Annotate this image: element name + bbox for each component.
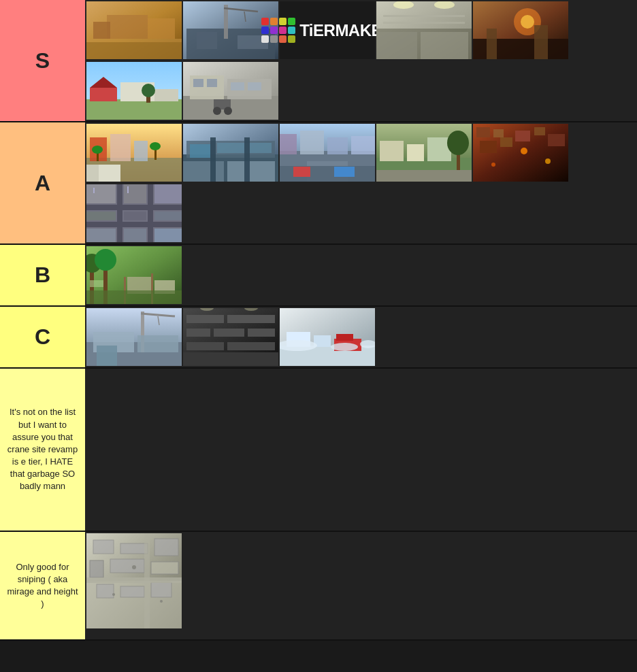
svg-point-46 (213, 107, 221, 115)
svg-rect-17 (383, 22, 465, 24)
svg-rect-70 (280, 134, 297, 154)
svg-point-47 (224, 107, 232, 115)
svg-point-84 (447, 131, 469, 155)
svg-rect-28 (534, 25, 548, 59)
svg-rect-64 (183, 161, 224, 182)
svg-rect-163 (120, 586, 144, 597)
svg-rect-142 (183, 352, 278, 366)
map-snow-c (280, 308, 375, 366)
map-office (183, 62, 278, 120)
svg-rect-67 (244, 137, 250, 182)
svg-rect-135 (186, 315, 224, 323)
svg-rect-165 (86, 577, 182, 583)
svg-rect-88 (476, 127, 490, 137)
svg-point-54 (92, 146, 103, 154)
svg-point-169 (160, 600, 163, 603)
map-citystreets-a (86, 184, 182, 242)
tier-row-a: A (0, 122, 637, 245)
svg-rect-113 (93, 188, 95, 193)
tier-s-row2 (85, 61, 637, 121)
svg-rect-85 (376, 170, 472, 182)
svg-rect-114 (127, 186, 129, 193)
svg-rect-58 (86, 165, 99, 182)
svg-rect-19 (421, 32, 468, 59)
svg-rect-150 (336, 334, 353, 341)
svg-rect-162 (97, 584, 114, 598)
tier-label-e: It's not on the list but I want to assur… (0, 369, 85, 531)
tier-content-a (85, 122, 637, 243)
svg-rect-66 (210, 137, 216, 182)
svg-rect-133 (97, 346, 117, 366)
svg-rect-34 (154, 89, 178, 101)
svg-rect-103 (148, 184, 153, 242)
map-warehouse (376, 1, 472, 59)
svg-rect-106 (154, 184, 182, 203)
svg-rect-81 (407, 144, 424, 161)
svg-rect-109 (154, 212, 182, 220)
tier-content-c (85, 307, 637, 367)
svg-rect-124 (86, 290, 182, 304)
svg-rect-159 (90, 560, 103, 577)
svg-rect-164 (151, 582, 172, 597)
svg-rect-137 (186, 329, 210, 337)
svg-point-119 (95, 249, 116, 271)
svg-rect-102 (117, 184, 122, 242)
map-street-a (280, 124, 375, 182)
svg-rect-31 (90, 88, 117, 101)
map-aerial-a (473, 124, 568, 182)
tier-content-snipe (85, 532, 637, 639)
map-snipe (86, 533, 182, 628)
svg-rect-90 (480, 141, 497, 153)
tier-c-row1 (85, 307, 637, 367)
svg-rect-91 (500, 137, 512, 147)
map-indoor-c (183, 308, 278, 366)
svg-rect-43 (231, 82, 244, 90)
tier-label-a: A (0, 122, 85, 243)
svg-rect-5 (86, 42, 182, 59)
svg-rect-139 (248, 329, 275, 337)
svg-rect-18 (376, 32, 417, 59)
tier-label-s: S (0, 0, 85, 121)
tier-s-row1: TiERMAKER (85, 0, 637, 61)
svg-rect-80 (380, 141, 404, 161)
svg-rect-76 (293, 167, 310, 177)
svg-rect-62 (190, 144, 210, 158)
svg-point-36 (142, 84, 155, 97)
map-city-a1 (86, 124, 182, 182)
svg-rect-93 (534, 127, 545, 135)
svg-rect-65 (227, 161, 275, 182)
map-jungle-b (86, 246, 182, 304)
svg-rect-77 (334, 167, 355, 177)
svg-point-152 (331, 343, 358, 351)
svg-point-168 (112, 593, 115, 596)
svg-rect-2 (107, 15, 148, 39)
tier-a-row2 (85, 183, 637, 243)
svg-rect-71 (300, 131, 324, 154)
svg-rect-16 (383, 15, 465, 17)
svg-rect-107 (86, 212, 116, 220)
svg-rect-11 (197, 32, 217, 49)
svg-rect-41 (193, 79, 203, 87)
map-crane-c (86, 308, 182, 366)
svg-rect-161 (151, 562, 178, 574)
svg-rect-92 (515, 131, 530, 141)
map-const-a (183, 124, 278, 182)
map-darkorange (473, 1, 568, 59)
svg-rect-166 (144, 533, 150, 628)
tier-row-e: It's not on the list but I want to assur… (0, 369, 637, 532)
tier-label-b: B (0, 245, 85, 305)
svg-rect-104 (86, 184, 116, 203)
svg-rect-111 (124, 229, 146, 242)
svg-rect-101 (86, 222, 182, 227)
svg-rect-132 (137, 335, 178, 352)
tier-e-row1 (85, 369, 637, 371)
svg-rect-30 (86, 99, 182, 120)
svg-rect-108 (124, 212, 146, 220)
svg-rect-94 (548, 134, 565, 146)
tier-content-s: TiERMAKER (85, 0, 637, 121)
svg-rect-125 (90, 280, 103, 287)
map-suburb-a (376, 124, 472, 182)
tier-row-c: C (0, 307, 637, 369)
svg-point-56 (150, 142, 161, 150)
svg-rect-157 (120, 543, 148, 554)
